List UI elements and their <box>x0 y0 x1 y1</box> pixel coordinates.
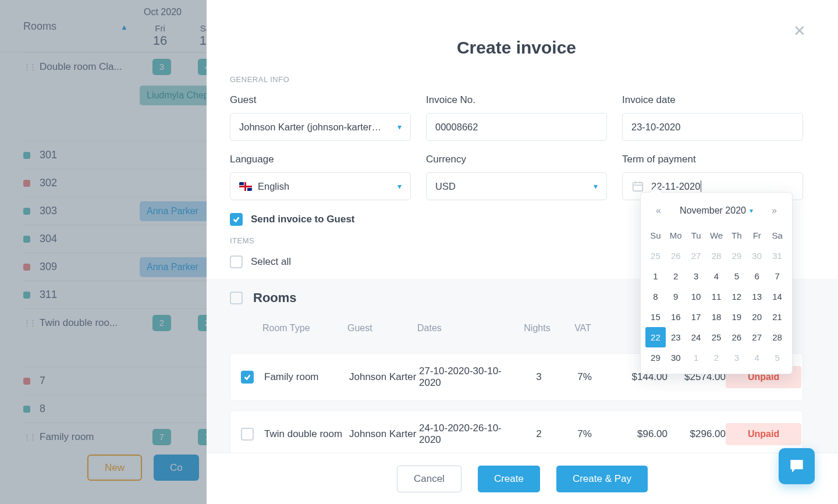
dow-header: Sa <box>767 225 787 246</box>
calendar-day[interactable]: 28 <box>706 246 727 266</box>
language-select[interactable]: English ▾ <box>230 172 411 200</box>
chat-icon <box>787 457 806 475</box>
calendar-day[interactable]: 29 <box>726 246 747 266</box>
calendar-day[interactable]: 21 <box>767 307 787 327</box>
select-all-checkbox[interactable] <box>230 255 243 268</box>
calendar-day[interactable]: 6 <box>747 266 767 286</box>
calendar-day[interactable]: 5 <box>726 266 747 286</box>
rooms-group-checkbox[interactable] <box>230 292 243 304</box>
item-tax: $96.00 <box>609 428 667 440</box>
create-and-pay-button[interactable]: Create & Pay <box>556 466 648 492</box>
calendar-day[interactable]: 27 <box>747 327 767 347</box>
dow-header: Tu <box>686 225 706 246</box>
dow-header: We <box>706 225 727 246</box>
calendar-day[interactable]: 20 <box>747 307 767 327</box>
invoice-no-label: Invoice No. <box>426 94 607 106</box>
calendar-day[interactable]: 9 <box>666 286 686 307</box>
item-guest: Johnson Karter <box>349 371 419 383</box>
status-badge: Unpaid <box>726 423 801 445</box>
calendar-day[interactable]: 30 <box>666 347 686 368</box>
dow-header: Fr <box>747 225 767 246</box>
item-total: $296.00 <box>667 428 726 440</box>
modal-title: Create invoice <box>230 38 803 58</box>
calendar-day[interactable]: 5 <box>767 347 787 368</box>
calendar-day[interactable]: 10 <box>686 286 706 307</box>
calendar-day[interactable]: 8 <box>645 286 666 307</box>
calendar-day[interactable]: 13 <box>747 286 767 307</box>
calendar-day[interactable]: 1 <box>645 266 666 286</box>
chevron-down-icon: ▾ <box>397 122 402 132</box>
chevron-down-icon: ▾ <box>594 182 598 191</box>
prev-month-button[interactable]: « <box>654 203 663 218</box>
item-nights: 2 <box>518 428 560 440</box>
item-guest: Johnson Karter <box>349 428 419 440</box>
calendar-day[interactable]: 4 <box>747 347 767 368</box>
item-vat: 7% <box>560 371 609 383</box>
calendar-day[interactable]: 30 <box>747 246 767 266</box>
invoice-item-row: Twin double room Johnson Karter 24-10-20… <box>230 410 803 458</box>
item-vat: 7% <box>560 428 609 440</box>
calendar-day[interactable]: 7 <box>767 266 787 286</box>
calendar-day[interactable]: 3 <box>686 266 706 286</box>
date-picker-title[interactable]: November 2020▾ <box>680 205 753 216</box>
calendar-day[interactable]: 2 <box>706 347 727 368</box>
calendar-day[interactable]: 27 <box>686 246 706 266</box>
invoice-date-label: Invoice date <box>622 94 803 106</box>
section-general-info: GENERAL INFO <box>230 75 803 84</box>
language-label: Language <box>230 154 411 165</box>
calendar-day[interactable]: 26 <box>666 246 686 266</box>
calendar-day[interactable]: 29 <box>645 347 666 368</box>
calendar-day[interactable]: 16 <box>666 307 686 327</box>
invoice-date-input[interactable]: 23-10-2020 <box>622 113 803 141</box>
calendar-day[interactable]: 25 <box>706 327 727 347</box>
uk-flag-icon <box>239 182 252 191</box>
calendar-icon <box>631 180 644 193</box>
calendar-day[interactable]: 14 <box>767 286 787 307</box>
date-picker-popover: « November 2020▾ » SuMoTuWeThFrSa2526272… <box>640 192 793 374</box>
calendar-day[interactable]: 2 <box>666 266 686 286</box>
guest-label: Guest <box>230 94 411 106</box>
item-checkbox[interactable] <box>241 371 254 384</box>
guest-select[interactable]: Johnson Karter (johnson-karter@m… ▾ <box>230 113 411 141</box>
calendar-day[interactable]: 31 <box>767 246 787 266</box>
dow-header: Mo <box>666 225 686 246</box>
item-dates: 27-10-2020-30-10-2020 <box>419 365 518 389</box>
select-all-label: Select all <box>251 256 291 268</box>
svg-rect-0 <box>633 183 643 191</box>
send-invoice-label: Send invoice to Guest <box>251 214 355 225</box>
calendar-day[interactable]: 1 <box>686 347 706 368</box>
rooms-heading: Rooms <box>253 290 297 306</box>
next-month-button[interactable]: » <box>769 203 779 218</box>
calendar-day[interactable]: 25 <box>645 246 666 266</box>
calendar-day[interactable]: 17 <box>686 307 706 327</box>
calendar-day[interactable]: 3 <box>726 347 747 368</box>
chevron-down-icon: ▾ <box>750 207 753 215</box>
calendar-day[interactable]: 4 <box>706 266 727 286</box>
calendar-day[interactable]: 19 <box>726 307 747 327</box>
modal-footer: Cancel Create Create & Pay <box>207 453 838 504</box>
calendar-day[interactable]: 12 <box>726 286 747 307</box>
chat-widget-button[interactable] <box>779 448 815 484</box>
create-button[interactable]: Create <box>478 466 540 492</box>
currency-select[interactable]: USD ▾ <box>426 172 607 200</box>
currency-label: Currency <box>426 154 607 165</box>
invoice-no-input[interactable]: 00008662 <box>426 113 607 141</box>
calendar-day[interactable]: 11 <box>706 286 727 307</box>
item-nights: 3 <box>518 371 560 383</box>
cancel-button[interactable]: Cancel <box>397 466 461 492</box>
term-label: Term of payment <box>622 154 803 165</box>
calendar-day[interactable]: 23 <box>666 327 686 347</box>
calendar-day[interactable]: 28 <box>767 327 787 347</box>
calendar-day[interactable]: 24 <box>686 327 706 347</box>
item-room-type: Family room <box>264 371 349 383</box>
create-invoice-modal: ✕ Create invoice GENERAL INFO Guest John… <box>207 0 838 504</box>
item-checkbox[interactable] <box>241 428 254 441</box>
calendar-day[interactable]: 22 <box>645 327 666 347</box>
dow-header: Th <box>726 225 747 246</box>
calendar-day[interactable]: 15 <box>645 307 666 327</box>
item-dates: 24-10-2020-26-10-2020 <box>419 423 518 446</box>
calendar-day[interactable]: 18 <box>706 307 727 327</box>
calendar-day[interactable]: 26 <box>726 327 747 347</box>
send-invoice-checkbox[interactable] <box>230 213 243 226</box>
chevron-down-icon: ▾ <box>397 182 402 191</box>
